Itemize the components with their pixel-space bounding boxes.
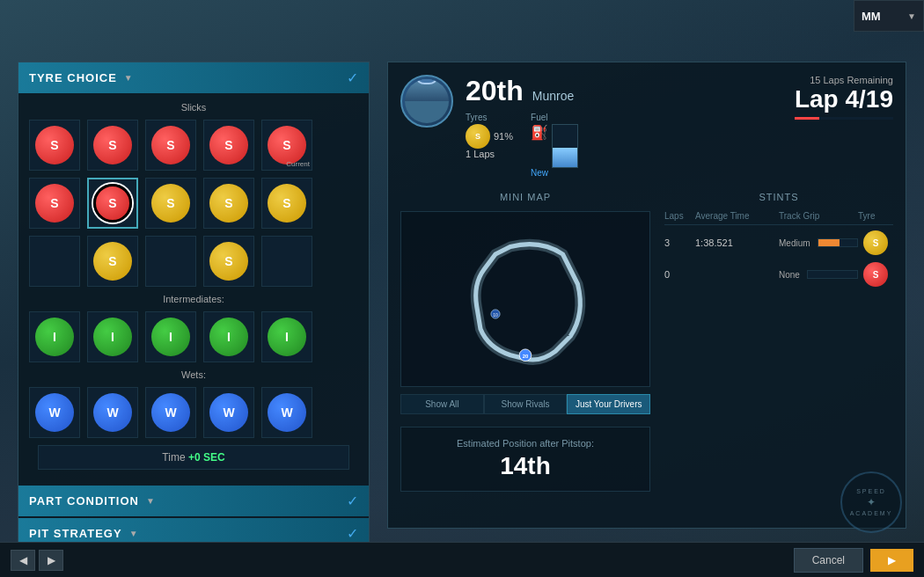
bottombar-nav: ◀ ▶ xyxy=(11,550,63,571)
tyre-cell-empty[interactable] xyxy=(29,236,80,287)
pit-strategy-arrow: ▼ xyxy=(129,529,139,538)
avatar-helmet xyxy=(416,79,437,84)
estimated-label: Estimated Position after Pitstop: xyxy=(412,438,639,449)
logo-text: MM xyxy=(862,10,881,23)
driver-name: Munroe xyxy=(532,89,574,103)
cancel-button[interactable]: Cancel xyxy=(794,548,863,573)
driver-info: 20th Munroe Tyres S 91% 1 Laps Fuel ⛽ xyxy=(466,75,782,178)
tyre-cell[interactable] xyxy=(203,120,254,171)
left-panel: TYRE CHOICE ▼ ✓ Slicks Current xyxy=(18,62,370,577)
tyre-choice-label: TYRE CHOICE xyxy=(29,71,117,84)
stint-1-laps: 3 xyxy=(664,237,695,248)
content-area: MINI MAP 20 10 Show All Show Rivals xyxy=(400,192,893,492)
stint-row-2: 0 None S xyxy=(664,262,893,287)
stints-table: Laps Average Time Track Grip Tyre 3 1:38… xyxy=(664,211,893,287)
tyre-cell[interactable] xyxy=(29,178,80,229)
tyre-cell-wet-5[interactable] xyxy=(261,387,312,438)
tyre-icon-selected xyxy=(93,184,132,223)
grip-label-1: Medium xyxy=(779,238,810,248)
tyre-cell-current[interactable]: Current xyxy=(261,120,312,171)
laps-stat: 1 Laps xyxy=(466,149,513,159)
tyre-cell[interactable] xyxy=(145,178,196,229)
driver-avatar xyxy=(400,75,453,128)
tyre-cell-wet-2[interactable] xyxy=(87,387,138,438)
tyre-cell-wet-4[interactable] xyxy=(203,387,254,438)
tyre-cell-empty-2[interactable] xyxy=(145,236,196,287)
prev-btn[interactable]: ◀ xyxy=(11,550,35,571)
tyre-cell-inter-2[interactable] xyxy=(87,311,138,362)
time-bar: Time +0 SEC xyxy=(38,445,349,470)
topbar-arrow[interactable]: ▼ xyxy=(907,11,916,21)
tyre-mini-2: S xyxy=(863,262,888,287)
track-svg: 20 10 xyxy=(446,224,605,374)
grip-bar-1 xyxy=(818,238,858,247)
time-value: +0 SEC xyxy=(188,451,225,464)
show-rivals-btn[interactable]: Show Rivals xyxy=(484,394,568,414)
lap-progress-fill xyxy=(795,117,819,120)
right-panel: 20th Munroe Tyres S 91% 1 Laps Fuel ⛽ xyxy=(387,62,906,529)
part-condition-header[interactable]: PART CONDITION ▼ ✓ xyxy=(18,486,369,516)
tyre-icon-wet-1 xyxy=(35,393,74,432)
confirm-button[interactable]: ▶ xyxy=(870,549,913,572)
tyre-icon-yellow-4 xyxy=(93,242,132,281)
tyre-cell-inter-1[interactable] xyxy=(29,311,80,362)
tyre-cell-inter-4[interactable] xyxy=(203,311,254,362)
tyre-icon-red-6 xyxy=(35,184,74,223)
tyre-cell[interactable] xyxy=(203,178,254,229)
svg-text:10: 10 xyxy=(493,312,498,318)
tyres-label: Tyres xyxy=(466,113,513,122)
tyres-stat: Tyres S 91% 1 Laps xyxy=(466,113,513,159)
tyre-cell-wet-3[interactable] xyxy=(145,387,196,438)
tyre-cell-selected[interactable] xyxy=(87,178,138,229)
fuel-bar xyxy=(552,124,578,168)
lap-display: Lap 4/19 xyxy=(795,85,893,113)
tyre-row-slicks-1: Current xyxy=(29,120,358,171)
col-grip: Track Grip xyxy=(779,211,858,221)
intermediates-label: Intermediates: xyxy=(29,294,358,304)
tyre-choice-arrow: ▼ xyxy=(124,73,134,83)
tyre-cell[interactable] xyxy=(87,120,138,171)
tyre-icon-wet-2 xyxy=(93,393,132,432)
show-all-btn[interactable]: Show All xyxy=(400,394,484,414)
tyre-icon-yellow-2 xyxy=(209,184,248,223)
tyre-icon-red-5 xyxy=(268,126,306,164)
tyre-cell-wet-1[interactable] xyxy=(29,387,80,438)
stint-2-grip: None xyxy=(779,270,858,280)
tyre-icon-red-1 xyxy=(35,126,74,164)
tyre-cell[interactable] xyxy=(261,178,312,229)
tyre-icon-wet-3 xyxy=(151,393,190,432)
tyre-mini-icon: S xyxy=(466,124,490,149)
col-tyre: Tyre xyxy=(858,211,893,221)
tyre-cell-inter-3[interactable] xyxy=(145,311,196,362)
stints-title: STINTS xyxy=(664,192,893,202)
estimated-pos: Estimated Position after Pitstop: 14th xyxy=(400,427,650,492)
tyre-cell[interactable] xyxy=(145,120,196,171)
pit-strategy-check: ✓ xyxy=(347,525,358,542)
next-nav-btn[interactable]: ▶ xyxy=(39,550,63,571)
stint-1-time: 1:38.521 xyxy=(695,237,779,248)
tyre-cell-inter-5[interactable] xyxy=(261,311,312,362)
col-time: Average Time xyxy=(695,211,779,221)
tyre-cell[interactable] xyxy=(203,236,254,287)
tyre-icon-yellow-3 xyxy=(268,184,306,223)
grip-label-2: None xyxy=(779,270,800,280)
stints-header: Laps Average Time Track Grip Tyre xyxy=(664,211,893,225)
minimap-title: MINI MAP xyxy=(400,192,650,202)
tyre-icon-yellow-1 xyxy=(151,184,190,223)
watermark-circle: SPEED ✦ ACADEMY xyxy=(840,471,902,533)
estimated-value: 14th xyxy=(412,452,639,480)
tyre-cell-empty-3[interactable] xyxy=(261,236,312,287)
tyre-icon-inter-1 xyxy=(35,318,74,356)
tyre-choice-header[interactable]: TYRE CHOICE ▼ ✓ xyxy=(18,62,369,93)
tyre-icon-inter-2 xyxy=(93,318,132,356)
grip-fill-1 xyxy=(818,239,840,246)
tyres-value: 91% xyxy=(494,131,513,142)
tyre-cell[interactable] xyxy=(29,120,80,171)
current-label: Current xyxy=(286,160,310,168)
tyre-mini-1: S xyxy=(863,230,888,255)
tyre-cell[interactable] xyxy=(87,236,138,287)
wets-label: Wets: xyxy=(29,369,358,380)
tyre-choice-check: ✓ xyxy=(347,69,358,86)
tyre-icon-red-4 xyxy=(209,126,248,164)
just-your-drivers-btn[interactable]: Just Your Drivers xyxy=(567,394,650,414)
